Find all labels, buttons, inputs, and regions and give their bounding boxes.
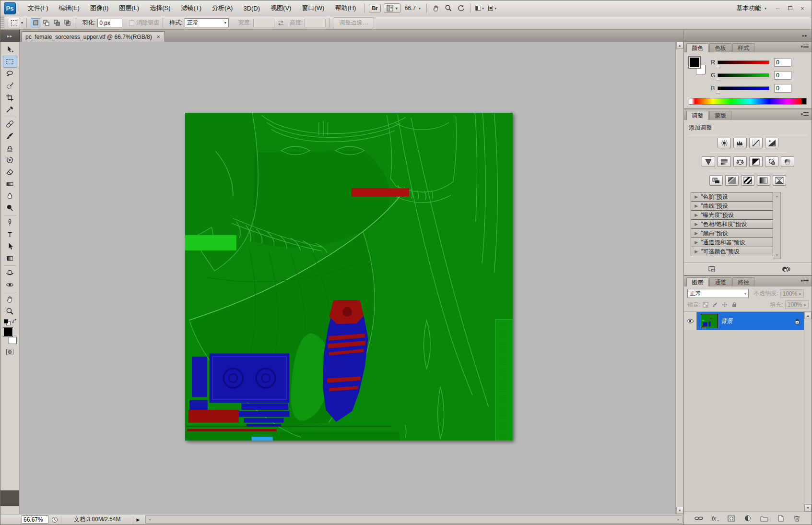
document-close-icon[interactable]: × [156, 34, 161, 40]
foreground-color-swatch[interactable] [3, 328, 12, 336]
tab-masks[interactable]: 蒙版 [709, 111, 731, 120]
curves-icon[interactable] [749, 138, 763, 148]
antialias-checkbox[interactable] [129, 20, 134, 25]
tool-preset-picker[interactable] [8, 18, 20, 28]
layer-name[interactable]: 背景 [721, 317, 794, 325]
exposure-icon[interactable] [765, 138, 778, 148]
swap-dimensions-icon[interactable] [276, 19, 285, 27]
threshold-icon[interactable] [741, 175, 754, 186]
eraser-tool[interactable] [3, 166, 17, 178]
lock-transparency-icon[interactable] [702, 301, 709, 309]
blue-value-input[interactable] [774, 84, 791, 93]
close-button[interactable]: × [797, 4, 808, 12]
menu-item-image[interactable]: 图像(I) [85, 2, 114, 14]
link-layers-icon[interactable] [694, 514, 704, 523]
hand-tool[interactable] [3, 293, 17, 305]
posterize-icon[interactable] [725, 175, 739, 186]
eyedropper-tool[interactable] [3, 104, 17, 116]
new-selection-mode-button[interactable] [31, 18, 40, 27]
quick-selection-tool[interactable] [3, 80, 17, 92]
menu-item-edit[interactable]: 编辑(E) [54, 2, 85, 14]
style-select[interactable]: 正常 ▾ [185, 18, 229, 27]
3d-rotate-tool[interactable] [3, 267, 17, 279]
selective-color-icon[interactable] [773, 175, 786, 186]
expand-triangle-icon[interactable]: ▶ [691, 203, 701, 208]
dodge-tool[interactable] [3, 202, 17, 214]
expand-triangle-icon[interactable]: ▶ [691, 194, 701, 199]
hand-tool-button[interactable] [432, 4, 440, 12]
shape-tool[interactable] [3, 252, 17, 264]
photo-filter-icon[interactable] [765, 156, 778, 167]
new-group-icon[interactable] [759, 514, 769, 523]
move-tool[interactable] [3, 44, 17, 56]
minimize-button[interactable]: – [772, 4, 783, 12]
launch-bridge-button[interactable]: Br [369, 4, 380, 12]
preset-hue-saturation[interactable]: ▶"色相/饱和度"预设 [691, 219, 773, 229]
layer-style-icon[interactable]: fx [710, 514, 720, 523]
dock-collapse-button[interactable]: ▸▸ [684, 30, 812, 42]
scroll-down-icon[interactable]: ▾ [804, 504, 812, 512]
tab-adjustments[interactable]: 调整 [686, 111, 708, 120]
menu-item-3d[interactable]: 3D(D) [238, 3, 265, 14]
fill-field[interactable]: 100%▸ [785, 300, 809, 309]
expanded-view-button[interactable] [707, 265, 717, 274]
rotate-view-button[interactable] [457, 4, 465, 12]
expand-triangle-icon[interactable]: ▶ [691, 240, 701, 245]
menu-item-select[interactable]: 选择(S) [144, 2, 176, 14]
black-white-icon[interactable] [749, 156, 763, 167]
color-spectrum-ramp[interactable] [689, 98, 807, 105]
tab-layers[interactable]: 图层 [686, 277, 708, 286]
preset-channel-mixer[interactable]: ▶"通道混和器"预设 [691, 238, 773, 247]
scroll-down-icon[interactable]: ▾ [773, 251, 780, 259]
expand-triangle-icon[interactable]: ▶ [691, 222, 701, 227]
foreground-color-swatch[interactable] [689, 57, 700, 68]
canvas-pasteboard[interactable]: ▴ ▾ [20, 42, 683, 514]
tab-paths[interactable]: 路径 [732, 277, 754, 286]
expand-triangle-icon[interactable]: ▶ [691, 249, 701, 254]
screen-mode-button[interactable]: ▾ [488, 4, 496, 12]
delete-layer-icon[interactable] [792, 514, 801, 523]
arrange-documents-button[interactable]: ▾ [475, 4, 484, 12]
menu-item-window[interactable]: 窗口(W) [296, 2, 330, 14]
menu-item-analysis[interactable]: 分析(A) [207, 2, 238, 14]
gradient-tool[interactable] [3, 178, 17, 190]
menu-item-layer[interactable]: 图层(L) [114, 2, 144, 14]
intersect-selection-mode-button[interactable] [62, 18, 72, 27]
panel-menu-icon[interactable]: ▾ [800, 112, 809, 117]
expand-triangle-icon[interactable]: ▶ [691, 213, 701, 217]
preset-black-white[interactable]: ▶"黑白"预设 [691, 228, 773, 238]
tab-swatches[interactable]: 色板 [709, 43, 731, 52]
view-extras-button[interactable]: ▾ [384, 3, 400, 13]
tab-styles[interactable]: 样式 [732, 43, 754, 52]
zoom-level-control[interactable]: 66.7 ▾ [402, 4, 424, 12]
blend-mode-select[interactable]: 正常 ▾ [687, 289, 749, 298]
toolbar-collapse-button[interactable]: ▸▸ [0, 30, 20, 42]
menu-item-help[interactable]: 帮助(H) [330, 2, 361, 14]
tab-channels[interactable]: 通道 [709, 277, 731, 286]
3d-orbit-tool[interactable] [3, 279, 17, 291]
crop-tool[interactable] [3, 92, 17, 104]
hue-saturation-icon[interactable] [718, 156, 731, 167]
quick-mask-button[interactable] [3, 346, 17, 358]
status-zoom-input[interactable] [22, 515, 48, 524]
menu-item-file[interactable]: 文件(F) [23, 2, 54, 14]
path-selection-tool[interactable] [3, 240, 17, 252]
presets-scrollbar[interactable]: ▴ ▾ [773, 192, 781, 259]
scroll-down-icon[interactable]: ▾ [676, 507, 683, 514]
height-input[interactable] [305, 19, 326, 27]
workspace-switcher[interactable]: 基本功能 ▾ [731, 4, 771, 12]
scroll-up-icon[interactable]: ▴ [773, 192, 780, 200]
brush-tool[interactable] [3, 130, 17, 142]
status-flyout-button[interactable]: ▶ [133, 517, 142, 522]
green-slider[interactable] [718, 73, 769, 77]
new-layer-icon[interactable] [776, 514, 785, 523]
options-bar-grip[interactable] [0, 16, 4, 29]
refine-edge-button[interactable]: 调整边缘… [333, 17, 374, 28]
layer-row-background[interactable]: 背景 [684, 312, 812, 330]
zoom-tool[interactable] [3, 305, 17, 317]
blur-tool[interactable] [3, 190, 17, 202]
default-colors-icon[interactable] [4, 319, 8, 323]
layers-scrollbar[interactable]: ▴ ▾ [804, 312, 812, 512]
scroll-up-icon[interactable]: ▴ [804, 312, 812, 319]
subtract-from-selection-mode-button[interactable] [52, 18, 61, 27]
